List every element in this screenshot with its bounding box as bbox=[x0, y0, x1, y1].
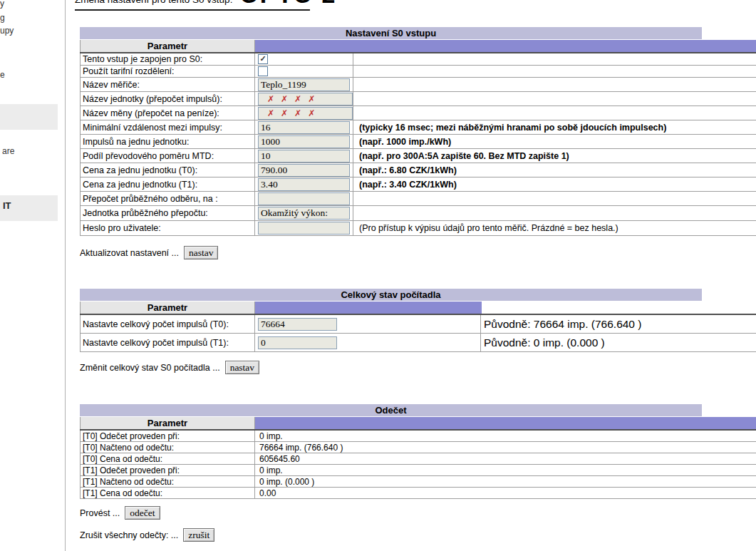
param-label: [T0] Odečet proveden při: bbox=[81, 431, 255, 441]
param-control-cell: ✓ bbox=[255, 53, 353, 65]
settings-table-header: Parametr bbox=[80, 40, 756, 53]
input-name-heading: OPTO 2 bbox=[239, 0, 336, 9]
counter-table: Celkový stav počítadla Parametr Nastavte… bbox=[80, 289, 756, 352]
settings-row: Tento vstup je zapojen pro S0:✓ bbox=[80, 53, 756, 66]
param-label: Použít tarifní rozdělení: bbox=[81, 66, 255, 77]
text-input[interactable] bbox=[258, 222, 350, 235]
param-column-header: Parametr bbox=[80, 417, 255, 429]
param-control-cell: 1000 bbox=[255, 135, 353, 148]
page: y g upy e are IT Změna nastavení pro ten… bbox=[0, 0, 756, 551]
param-label: Nastavte celkový počet impulsů (T0): bbox=[81, 315, 255, 333]
counter-apply-button[interactable]: nastav bbox=[225, 361, 260, 374]
param-column-header: Parametr bbox=[80, 40, 255, 52]
value-column-header bbox=[255, 302, 482, 314]
cancel-readouts-row: Zrušit všechny odečty: ... zrušit bbox=[80, 528, 214, 542]
param-label: [T1] Načteno od odečtu: bbox=[81, 476, 255, 487]
readout-row: [T1] Cena od odečtu:0.00 bbox=[80, 488, 756, 499]
param-control-cell: 10 bbox=[255, 149, 353, 163]
counter-action-label: Změnit celkový stav S0 počítadla ... bbox=[80, 363, 220, 373]
original-value: Původně: 76664 imp. (766.640 ) bbox=[481, 318, 756, 331]
param-hint: (např.: 6.80 CZK/1kWh) bbox=[353, 165, 756, 175]
readout-row: [T0] Načteno od odečtu:76664 imp. (766.6… bbox=[80, 442, 756, 453]
readout-value: 0.00 bbox=[255, 488, 756, 498]
sidebar-item-exit-fragment[interactable]: IT bbox=[3, 200, 11, 211]
checkbox[interactable] bbox=[258, 66, 268, 76]
original-value: Původně: 0 imp. (0.000 ) bbox=[481, 336, 756, 349]
sidebar-item-fragment[interactable]: g bbox=[0, 13, 5, 23]
sidebar-item-fragment[interactable]: upy bbox=[0, 26, 14, 36]
settings-row: Minimální vzdálenost mezi impulsy:16(typ… bbox=[80, 120, 756, 135]
param-label: Přepočet průběžného odběru, na : bbox=[81, 192, 255, 205]
param-control-cell: Okamžitý výkon: bbox=[255, 206, 353, 220]
param-control-cell: 76664 bbox=[255, 315, 481, 333]
sidebar-item-fragment[interactable]: y bbox=[0, 0, 4, 9]
text-input[interactable]: ✗✗✗✗ bbox=[258, 93, 353, 105]
readout-execute-button[interactable]: odečet bbox=[125, 506, 160, 520]
text-input[interactable]: 76664 bbox=[258, 318, 337, 331]
page-heading-text: Změna nastavení pro tento S0 vstup: bbox=[75, 0, 232, 5]
counter-table-header: Parametr bbox=[80, 302, 756, 315]
value-column-header bbox=[255, 417, 756, 429]
readout-table-title: Odečet bbox=[80, 404, 702, 416]
readout-action-row: Provést ... odečet bbox=[80, 506, 160, 520]
text-input[interactable]: Teplo_1199 bbox=[258, 78, 350, 91]
settings-action-label: Aktualizovat nastavení ... bbox=[80, 248, 179, 258]
text-input[interactable]: 0 bbox=[258, 336, 337, 349]
readout-value: 605645.60 bbox=[255, 454, 756, 464]
param-control-cell: ✗✗✗✗ bbox=[255, 92, 353, 105]
cancel-readouts-button[interactable]: zrušit bbox=[183, 528, 214, 542]
param-label: Název měřiče: bbox=[81, 78, 255, 91]
param-hint: (např. 1000 imp./kWh) bbox=[353, 137, 756, 147]
param-control-cell: Teplo_1199 bbox=[255, 78, 353, 91]
readout-row: [T1] Načteno od odečtu:0 imp. (0.000 ) bbox=[80, 476, 756, 488]
text-input[interactable] bbox=[258, 192, 350, 205]
settings-table-title: Nastavení S0 vstupu bbox=[80, 27, 702, 39]
param-label: Minimální vzdálenost mezi impulsy: bbox=[81, 120, 255, 134]
settings-row: Impulsů na jednu jednotku:1000(např. 100… bbox=[80, 135, 756, 149]
param-label: [T1] Odečet proveden při: bbox=[81, 465, 255, 475]
sidebar-content-divider bbox=[65, 0, 66, 551]
param-label: [T0] Cena od odečtu: bbox=[81, 453, 255, 464]
param-label: Jednotka průběžného přepočtu: bbox=[81, 206, 255, 220]
sidebar-item-fragment[interactable]: are bbox=[2, 146, 14, 156]
text-input[interactable]: ✗✗✗✗ bbox=[258, 107, 353, 120]
text-input[interactable]: 16 bbox=[258, 121, 350, 134]
param-control-cell bbox=[255, 66, 353, 77]
param-label: [T0] Načteno od odečtu: bbox=[81, 442, 255, 453]
settings-row: Heslo pro uživatele:(Pro přístup k výpis… bbox=[80, 221, 756, 236]
readout-value: 76664 imp. (766.640 ) bbox=[255, 443, 756, 453]
param-control-cell: 3.40 bbox=[255, 177, 353, 191]
readout-action-label: Provést ... bbox=[80, 508, 120, 518]
sidebar-item-fragment[interactable]: e bbox=[0, 70, 5, 80]
param-label: Název měny (přepočet na peníze): bbox=[81, 106, 255, 120]
text-input[interactable]: 10 bbox=[258, 150, 350, 163]
settings-row: Název měřiče:Teplo_1199 bbox=[80, 78, 756, 92]
settings-row: Použít tarifní rozdělení: bbox=[80, 66, 756, 78]
cancel-readouts-label: Zrušit všechny odečty: ... bbox=[80, 530, 178, 540]
text-input[interactable]: 1000 bbox=[258, 135, 350, 148]
param-label: Tento vstup je zapojen pro S0: bbox=[81, 53, 255, 65]
param-label: Podíl převodového poměru MTD: bbox=[81, 149, 255, 163]
readout-row: [T0] Cena od odečtu:605645.60 bbox=[80, 453, 756, 465]
checkbox-checked[interactable]: ✓ bbox=[258, 54, 268, 64]
settings-action-row: Aktualizovat nastavení ... nastav bbox=[80, 246, 218, 259]
text-input[interactable]: 3.40 bbox=[258, 178, 350, 191]
page-heading: Změna nastavení pro tento S0 vstup: OPTO… bbox=[75, 0, 310, 11]
param-hint: (Pro přístup k výpisu údajů pro tento mě… bbox=[353, 223, 756, 233]
value-column-header bbox=[255, 40, 756, 52]
param-hint: (např.: 3.40 CZK/1kWh) bbox=[353, 180, 756, 190]
param-hint: (např. pro 300A:5A zapište 60. Bez MTD z… bbox=[353, 151, 756, 161]
param-control-cell: 16 bbox=[255, 120, 353, 134]
readout-value: 0 imp. bbox=[255, 465, 756, 475]
text-input[interactable]: 790.00 bbox=[258, 164, 350, 177]
settings-row: Přepočet průběžného odběru, na : bbox=[80, 192, 756, 206]
text-input[interactable]: Okamžitý výkon: bbox=[258, 207, 350, 220]
settings-row: Název jednotky (přepočet impulsů):✗✗✗✗ bbox=[80, 92, 756, 106]
param-hint: (typicky 16 msec; mezi náběžnými hranami… bbox=[353, 123, 756, 133]
settings-apply-button[interactable]: nastav bbox=[184, 246, 219, 259]
param-label: [T1] Cena od odečtu: bbox=[81, 488, 255, 498]
settings-table: Nastavení S0 vstupu Parametr Tento vstup… bbox=[80, 27, 756, 236]
param-control-cell: 790.00 bbox=[255, 163, 353, 177]
header-filler bbox=[482, 302, 756, 314]
param-control-cell: ✗✗✗✗ bbox=[255, 106, 353, 120]
